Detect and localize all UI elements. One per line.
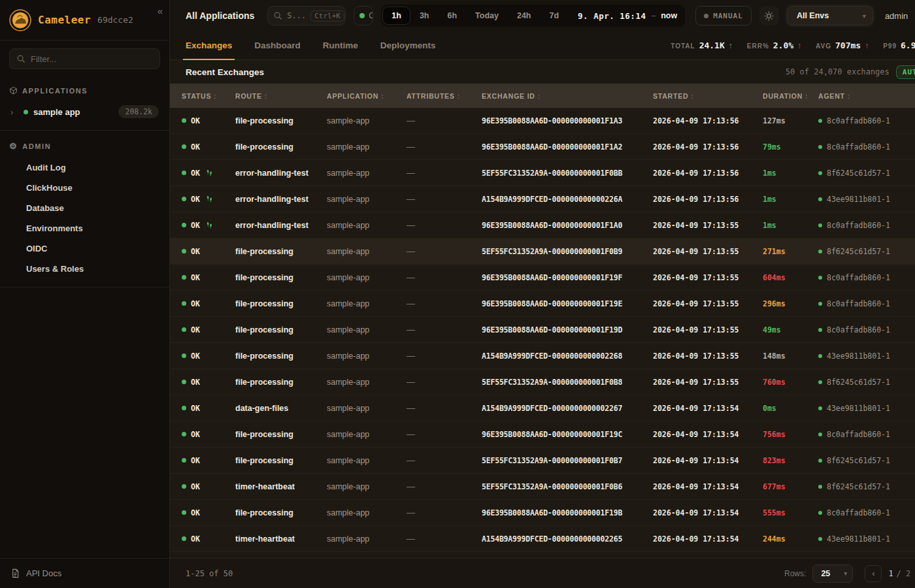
global-search-input[interactable]: S... Ctrl+K [267,6,346,25]
sidebar-item-users-roles[interactable]: Users & Roles [9,259,160,279]
time-current[interactable]: 9. Apr. 16:14 – now [578,11,677,21]
agent-id: 43ee9811b801-1 [827,351,890,361]
column-header-attributes[interactable]: ATTRIBUTES: [407,92,482,100]
live-status-text: O [369,11,373,20]
column-header-exchange-id[interactable]: EXCHANGE ID: [482,92,653,100]
duration-cell: 148ms [763,351,818,361]
manual-refresh-button[interactable]: MANUAL [695,6,752,25]
column-header-status[interactable]: STATUS: [182,92,235,100]
table-row[interactable]: OKdata-gen-filessample-app—A154B9A999DFC… [170,395,915,421]
env-select[interactable]: All Envs ▾ [787,6,873,25]
started-cell: 2026-04-09 17:13:54 [653,482,763,491]
topbar: All Applications S... Ctrl+K O 1h3h6hTod… [170,0,915,31]
table-row[interactable]: OKtimer-heartbeatsample-app—5EF55FC31352… [170,474,915,500]
column-header-label: APPLICATION [327,92,378,100]
duration-cell: 127ms [763,116,818,125]
sidebar-item-database[interactable]: Database [9,198,160,218]
column-header-duration[interactable]: DURATION: [763,92,818,100]
time-range-6h[interactable]: 6h [439,7,465,24]
stat-value: 707ms [835,41,861,50]
table-row[interactable]: OKfile-processingsample-app—5EF55FC31352… [170,238,915,265]
table-row[interactable]: OKfile-processingsample-app—96E395B0088A… [170,291,915,317]
live-status-dot [359,13,365,18]
status-label: OK [191,142,200,152]
page-title: Recent Exchanges [186,67,264,77]
filter-input[interactable]: Filter... [9,48,160,69]
column-header-label: ATTRIBUTES [407,92,455,100]
prev-page-button[interactable]: ‹ [865,565,882,582]
application-cell: sample-app [327,456,407,465]
stat-value: 2.0% [773,41,793,50]
table-row[interactable]: OKfile-processingsample-app—96E395B0088A… [170,108,915,134]
api-docs-link[interactable]: API Docs [0,558,169,588]
sort-icon: : [691,93,693,100]
started-cell: 2026-04-09 17:13:55 [653,273,763,282]
table-row[interactable]: OKfile-processingsample-app—5EF55FC31352… [170,448,915,474]
status-ok-dot [182,353,186,358]
auto-refresh-badge[interactable]: AUTO [896,65,915,79]
agent-status-dot [818,145,822,149]
agent-id: 8f6245c61d57-1 [827,169,890,178]
table-row[interactable]: OKfile-processingsample-app—96E395B0088A… [170,134,915,160]
route-cell: file-processing [235,351,327,361]
admin-section-label: ⚙ ADMIN [9,137,160,157]
exchange-id-cell: 5EF55FC31352A9A-000000000001F0B8 [482,378,653,387]
status-cell: OK [182,378,235,387]
status-label: OK [191,534,200,544]
agent-id: 43ee9811b801-1 [827,534,890,544]
sidebar-item-clickhouse[interactable]: ClickHouse [9,178,160,198]
agent-cell: 8f6245c61d57-1 [818,247,915,256]
route-cell: error-handling-test [235,221,327,230]
duration-cell: 49ms [763,325,818,335]
sidebar-item-environments[interactable]: Environments [9,218,160,238]
time-range-7d[interactable]: 7d [541,7,568,24]
main-content: All Applications S... Ctrl+K O 1h3h6hTod… [170,0,915,588]
column-header-route[interactable]: ROUTE: [235,92,327,100]
sidebar-collapse-icon[interactable]: « [158,5,163,16]
duration-cell: 1ms [763,169,818,178]
time-range-3h[interactable]: 3h [411,7,438,24]
table-row[interactable]: OKfile-processingsample-app—5EF55FC31352… [170,369,915,395]
table-row[interactable]: OKfile-processingsample-app—96E395B0088A… [170,317,915,343]
live-status-pill[interactable]: O [354,6,373,25]
application-cell: sample-app [327,221,407,230]
started-cell: 2026-04-09 17:13:55 [653,378,763,387]
table-row[interactable]: OKerror-handling-testsample-app—A154B9A9… [170,186,915,212]
time-range-today[interactable]: Today [467,7,507,24]
rows-per-page-select[interactable]: 25 ▾ [812,564,853,583]
sidebar-item-oidc[interactable]: OIDC [9,238,160,259]
status-label: OK [191,247,200,256]
time-range-24h[interactable]: 24h [508,7,540,24]
table-row[interactable]: OKfile-processingsample-app—A154B9A999DF… [170,343,915,369]
status-cell: OK [182,456,235,465]
agent-id: 8f6245c61d57-1 [827,456,890,465]
column-header-application[interactable]: APPLICATION: [327,92,407,100]
route-cell: file-processing [235,456,327,465]
agent-cell: 8c0affadb860-1 [818,116,915,125]
stat-err: ERR%2.0%↑ [747,41,801,50]
table-row[interactable]: OKtimer-heartbeatsample-app—A154B9A999DF… [170,526,915,552]
tab-exchanges[interactable]: Exchanges [186,31,232,59]
tab-deployments[interactable]: Deployments [380,31,436,59]
time-range-1h[interactable]: 1h [383,7,410,24]
column-header-started[interactable]: STARTED: [653,92,763,100]
started-cell: 2026-04-09 17:13:54 [653,430,763,439]
theme-toggle-button[interactable] [759,6,779,25]
application-cell: sample-app [327,430,407,439]
table-row[interactable]: OKfile-processingsample-app—96E395B0088A… [170,500,915,526]
table-row[interactable]: OKerror-handling-testsample-app—5EF55FC3… [170,160,915,186]
sidebar-item-audit-log[interactable]: Audit Log [9,157,160,178]
tab-dashboard[interactable]: Dashboard [254,31,301,59]
attributes-cell: — [407,246,482,256]
table-row[interactable]: OKfile-processingsample-app—96E395B0088A… [170,421,915,448]
tab-runtime[interactable]: Runtime [323,31,358,59]
chevron-right-icon[interactable]: › [10,107,18,117]
route-cell: file-processing [235,378,327,387]
status-cell: OK [182,221,235,230]
attributes-cell: — [407,508,482,517]
agent-status-dot [818,485,822,489]
sidebar-item-sample-app[interactable]: › sample app 208.2k [9,101,160,122]
column-header-agent[interactable]: AGENT: [818,92,915,100]
table-row[interactable]: OKfile-processingsample-app—96E395B0088A… [170,265,915,291]
table-row[interactable]: OKerror-handling-testsample-app—96E395B0… [170,212,915,238]
